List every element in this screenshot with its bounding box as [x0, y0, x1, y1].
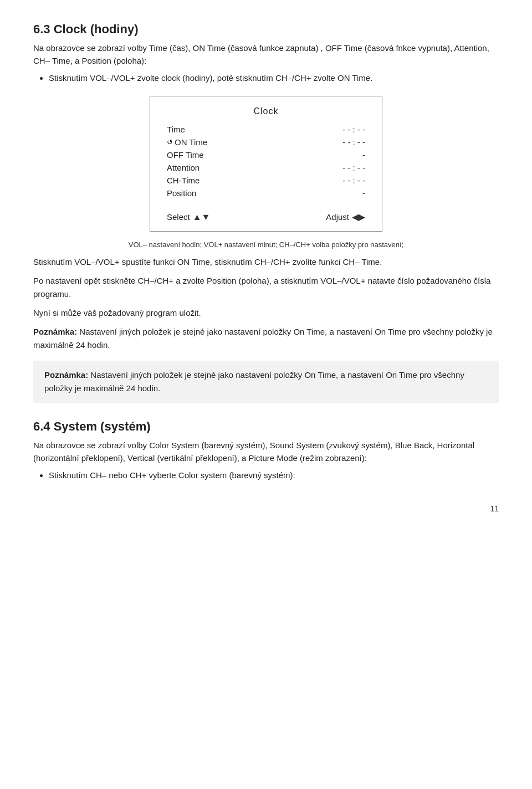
section-64: 6.4 System (systém) Na obrazovce se zobr… — [33, 419, 499, 482]
note-box: Poznámka: Nastavení jiných položek je st… — [33, 361, 499, 403]
table-row: CH-Time - - : - - — [167, 174, 365, 187]
clock-row-value: - - : - - — [276, 123, 365, 136]
clock-row-label: Attention — [167, 161, 276, 174]
clock-row-value: - — [276, 148, 365, 161]
page-number: 11 — [33, 504, 499, 513]
note-box-text: Nastavení jiných položek je stejné jako … — [44, 370, 464, 393]
section-64-bullet: Stisknutím CH– nebo CH+ vyberte Color sy… — [49, 469, 499, 482]
clock-row-value: - - : - - — [276, 161, 365, 174]
clock-row-label: CH-Time — [167, 174, 276, 187]
clock-box-bottom: Select ▲▼ Adjust ◀▶ — [167, 208, 365, 222]
note-inline-label: Poznámka: — [33, 327, 77, 336]
clock-row-value: - - : - - — [276, 136, 365, 148]
adjust-text: Adjust — [326, 212, 349, 222]
adjust-label: Adjust ◀▶ — [326, 212, 365, 222]
cursor-icon: ↺ — [167, 138, 173, 146]
clock-row-value: - — [276, 187, 365, 199]
note-inline: Poznámka: Nastavení jiných položek je st… — [33, 325, 499, 352]
select-label: Select ▲▼ — [167, 212, 210, 222]
leftright-arrow-icon: ◀▶ — [352, 212, 365, 222]
body-text-3: Nyní si může váš požadovaný program ulož… — [33, 306, 499, 320]
clock-box: Clock Time - - : - - ↺ ON Time - - : - - — [150, 96, 382, 232]
section-64-title: 6.4 System (systém) — [33, 419, 499, 434]
clock-box-title: Clock — [167, 106, 365, 116]
clock-row-value: - - : - - — [276, 174, 365, 187]
select-text: Select — [167, 212, 190, 222]
table-row: OFF Time - — [167, 148, 365, 161]
section-64-list: Stisknutím CH– nebo CH+ vyberte Color sy… — [49, 469, 499, 482]
table-row: Position - — [167, 187, 365, 199]
clock-row-label: OFF Time — [167, 148, 276, 161]
body-text-1: Stisknutím VOL–/VOL+ spustíte funkci ON … — [33, 255, 499, 269]
clock-table: Time - - : - - ↺ ON Time - - : - - OFF T… — [167, 123, 365, 199]
clock-row-label: Time — [167, 123, 276, 136]
clock-caption: VOL– nastavení hodin; VOL+ nastavení min… — [33, 240, 499, 249]
body-text-2: Po nastavení opět stiskněte CH–/CH+ a zv… — [33, 274, 499, 301]
section-63-list: Stisknutím VOL–/VOL+ zvolte clock (hodin… — [49, 71, 499, 85]
table-row: ↺ ON Time - - : - - — [167, 136, 365, 148]
clock-row-label: Position — [167, 187, 276, 199]
section-63-bullet: Stisknutím VOL–/VOL+ zvolte clock (hodin… — [49, 71, 499, 85]
updown-arrow-icon: ▲▼ — [193, 212, 211, 222]
table-row: Time - - : - - — [167, 123, 365, 136]
section-64-intro: Na obrazovce se zobrazí volby Color Syst… — [33, 439, 499, 464]
section-63-title: 6.3 Clock (hodiny) — [33, 22, 499, 37]
clock-row-label: ↺ ON Time — [167, 136, 276, 148]
table-row: Attention - - : - - — [167, 161, 365, 174]
note-box-label: Poznámka: — [44, 370, 88, 380]
section-63-intro: Na obrazovce se zobrazí volby Time (čas)… — [33, 42, 499, 67]
note-inline-text: Nastavení jiných položek je stejné jako … — [33, 327, 493, 350]
